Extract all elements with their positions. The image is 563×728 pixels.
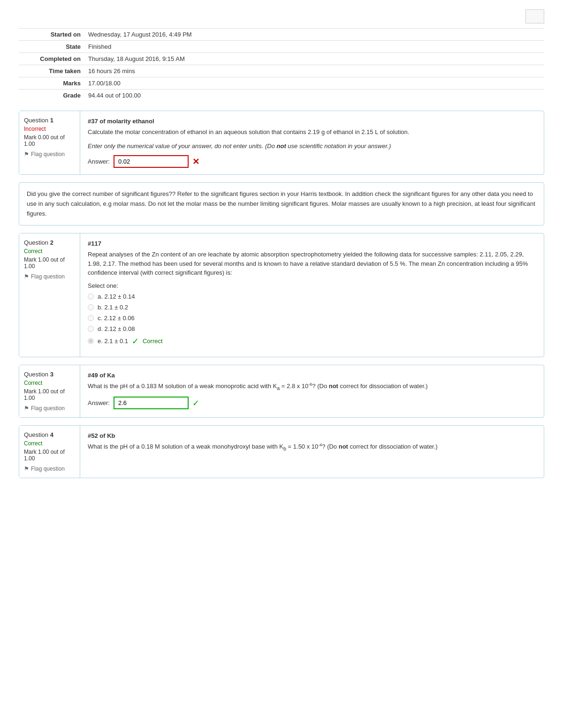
radio-d[interactable]	[88, 326, 94, 332]
question-2-block: Question 2 Correct Mark 1.00 out of 1.00…	[19, 233, 544, 357]
question-4-flag[interactable]: ⚑ Flag question	[24, 465, 75, 472]
time-taken-value: 16 hours 26 mins	[84, 65, 544, 77]
question-1-instruction: Enter only the numerical value of your a…	[88, 142, 536, 151]
answer-1-input[interactable]	[114, 155, 189, 168]
question-3-mark: Mark 1.00 out of 1.00	[24, 388, 75, 401]
started-on-value: Wednesday, 17 August 2016, 4:49 PM	[84, 29, 544, 41]
question-4-ref: #52 of Kb	[88, 432, 536, 439]
grade-label: Grade	[19, 90, 84, 102]
state-value: Finished	[84, 41, 544, 53]
question-2-flag[interactable]: ⚑ Flag question	[24, 273, 75, 280]
question-2-options: a. 2.12 ± 0.14 b. 2.1 ± 0.2 c. 2.12 ± 0.…	[88, 293, 536, 346]
question-1-status: Incorrect	[24, 126, 75, 132]
flag-label: Flag question	[31, 151, 65, 158]
question-1-content: #37 of molarity ethanol Calculate the mo…	[80, 111, 544, 174]
option-b: b. 2.1 ± 0.2	[88, 304, 536, 311]
flag-label-4: Flag question	[31, 465, 65, 472]
info-table: Started on Wednesday, 17 August 2016, 4:…	[19, 28, 544, 101]
question-4-title: Question 4	[24, 431, 75, 438]
question-1-answer-row: Answer: ✕	[88, 155, 536, 168]
question-2-mark: Mark 1.00 out of 1.00	[24, 256, 75, 270]
answer-3-label: Answer:	[88, 399, 110, 406]
question-1-sidebar: Question 1 Incorrect Mark 0.00 out of 1.…	[19, 111, 80, 174]
question-3-sidebar: Question 3 Correct Mark 1.00 out of 1.00…	[19, 365, 80, 417]
question-4-text: What is the pH of a 0.18 M solution of a…	[88, 442, 536, 452]
flag-label-2: Flag question	[31, 273, 65, 280]
question-2-text: Repeat analyses of the Zn content of an …	[88, 250, 536, 278]
question-4-content: #52 of Kb What is the pH of a 0.18 M sol…	[80, 426, 544, 478]
radio-a[interactable]	[88, 293, 94, 300]
question-3-content: #49 of Ka What is the pH of a 0.183 M so…	[80, 365, 544, 417]
question-4-block: Question 4 Correct Mark 1.00 out of 1.00…	[19, 425, 544, 478]
question-1-block: Question 1 Incorrect Mark 0.00 out of 1.…	[19, 111, 544, 175]
question-2-ref: #117	[88, 240, 536, 247]
incorrect-icon: ✕	[192, 157, 199, 167]
question-3-answer-row: Answer: ✓	[88, 397, 536, 409]
question-1-ref: #37 of molarity ethanol	[88, 118, 536, 125]
question-1-title: Question 1	[24, 117, 75, 124]
question-4-status: Correct	[24, 440, 75, 447]
answer-1-label: Answer:	[88, 158, 110, 165]
completed-on-label: Completed on	[19, 53, 84, 65]
radio-c[interactable]	[88, 315, 94, 321]
question-2-title: Question 2	[24, 239, 75, 246]
option-d: d. 2.12 ± 0.08	[88, 325, 536, 332]
correct-label: Correct	[143, 338, 163, 345]
option-b-label: b. 2.1 ± 0.2	[98, 304, 128, 311]
option-e: e. 2.1 ± 0.1 ✓ Correct	[88, 336, 536, 346]
question-4-sidebar: Question 4 Correct Mark 1.00 out of 1.00…	[19, 426, 80, 478]
question-2-content: #117 Repeat analyses of the Zn content o…	[80, 233, 544, 357]
flag-label-3: Flag question	[31, 405, 65, 412]
option-a-label: a. 2.12 ± 0.14	[98, 293, 135, 300]
question-3-title: Question 3	[24, 371, 75, 378]
question-2-sidebar: Question 2 Correct Mark 1.00 out of 1.00…	[19, 233, 80, 357]
completed-on-value: Thursday, 18 August 2016, 9:15 AM	[84, 53, 544, 65]
option-a: a. 2.12 ± 0.14	[88, 293, 536, 300]
marks-label: Marks	[19, 77, 84, 90]
option-e-label: e. 2.1 ± 0.1	[98, 338, 128, 345]
flag-icon-3: ⚑	[24, 405, 29, 412]
question-1-flag[interactable]: ⚑ Flag question	[24, 151, 75, 158]
question-2-status: Correct	[24, 248, 75, 255]
state-label: State	[19, 41, 84, 53]
question-4-mark: Mark 1.00 out of 1.00	[24, 449, 75, 462]
feedback-block: Did you give the correct number of signi…	[19, 182, 544, 225]
time-taken-label: Time taken	[19, 65, 84, 77]
answer-3-input[interactable]	[114, 397, 189, 409]
option-d-label: d. 2.12 ± 0.08	[98, 325, 135, 332]
question-3-block: Question 3 Correct Mark 1.00 out of 1.00…	[19, 365, 544, 418]
correct-check-icon: ✓	[132, 336, 139, 346]
question-1-text: Calculate the molar concentration of eth…	[88, 128, 536, 137]
question-3-flag[interactable]: ⚑ Flag question	[24, 405, 75, 412]
grade-value: 94.44 out of 100.00	[84, 90, 544, 102]
question-3-ref: #49 of Ka	[88, 372, 536, 379]
question-3-text: What is the pH of a 0.183 M solution of …	[88, 382, 536, 392]
question-1-mark: Mark 0.00 out of 1.00	[24, 134, 75, 147]
select-one-label: Select one:	[88, 282, 536, 289]
radio-b[interactable]	[88, 304, 94, 310]
top-right-button[interactable]	[525, 9, 544, 23]
question-3-status: Correct	[24, 380, 75, 386]
marks-value: 17.00/18.00	[84, 77, 544, 90]
flag-icon-2: ⚑	[24, 273, 29, 280]
started-on-label: Started on	[19, 29, 84, 41]
flag-icon: ⚑	[24, 151, 29, 158]
option-c-label: c. 2.12 ± 0.06	[98, 315, 135, 322]
correct-check-icon-3: ✓	[192, 398, 199, 408]
radio-e[interactable]	[88, 338, 94, 344]
option-c: c. 2.12 ± 0.06	[88, 315, 536, 322]
flag-icon-4: ⚑	[24, 465, 29, 472]
